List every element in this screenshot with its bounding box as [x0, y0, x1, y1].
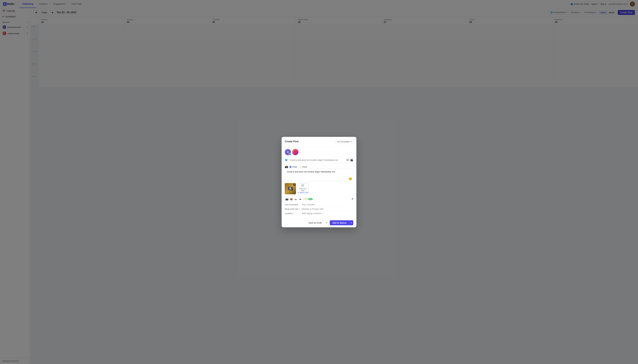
toolbar-row: 📷 📦 ☁ 🌤 📄 ✨ New #: [285, 196, 353, 202]
first-comment-row: First Comment: [285, 202, 353, 207]
ai-toolbar-button[interactable]: ✨ New: [307, 197, 311, 201]
camera-toolbar-button[interactable]: 📷: [285, 197, 289, 201]
campaign-selector[interactable]: No Campaign ▾: [336, 139, 353, 144]
modal-header: Create Post No Campaign ▾: [282, 137, 356, 146]
textarea-wrap: Could a test post not involve dogs? Abso…: [285, 169, 353, 182]
twitter-image-icon[interactable]: 🖼: [346, 159, 349, 162]
twitter-input[interactable]: [290, 159, 345, 161]
modal-title: Create Post: [285, 140, 299, 143]
shop-grid-info-icon[interactable]: ℹ: [299, 208, 300, 210]
media-thumbnail: 🏴‍☠️ ✕: [285, 183, 296, 194]
add-queue-wrap: Add to Queue ▾: [330, 220, 353, 225]
cloud-toolbar-button[interactable]: 🌤: [298, 197, 302, 201]
save-draft-arrow-button[interactable]: ▾: [324, 220, 328, 226]
instagram-textarea[interactable]: Could a test post not involve dogs? Abso…: [285, 169, 353, 181]
hashtag-button[interactable]: #: [352, 198, 353, 201]
twitter-icon: 🐦: [285, 158, 288, 162]
media-upload-area[interactable]: 🖼 Drag and drop or select a file: [297, 183, 308, 194]
twitter-badge: 🐦: [289, 153, 291, 156]
instagram-section: 📸 Post Reel Could a test post: [285, 164, 353, 216]
twitter-account[interactable]: H 🐦: [285, 149, 291, 155]
location-input[interactable]: [302, 212, 353, 214]
modal-overlay[interactable]: Create Post No Campaign ▾ H 🐦 🐾: [0, 0, 638, 364]
first-comment-label: First Comment: [285, 204, 302, 206]
modal-body: H 🐦 🐾 🐦 🖼 🎬 📸: [282, 146, 356, 218]
drive-toolbar-button[interactable]: ☁: [293, 197, 298, 201]
drag-drop-text: Drag and drop or select a file: [298, 188, 308, 193]
emoji-button[interactable]: 😊: [349, 177, 352, 180]
campaign-chevron-icon: ▾: [350, 140, 352, 143]
ai-icon: ✨: [305, 198, 308, 200]
post-tab[interactable]: Post: [289, 166, 297, 168]
add-queue-arrow-button[interactable]: ▾: [349, 220, 353, 225]
post-type-tabs: Post Reel: [289, 164, 307, 169]
save-draft-button[interactable]: Save as Draft: [306, 220, 324, 226]
post-radio[interactable]: [289, 166, 292, 168]
select-file-link[interactable]: select a file: [300, 192, 308, 193]
location-info-icon[interactable]: ℹ: [293, 212, 294, 214]
remove-media-button[interactable]: ✕: [293, 184, 296, 186]
reel-tab[interactable]: Reel: [299, 166, 307, 168]
new-badge: New: [308, 198, 313, 200]
location-label: Location ℹ: [285, 212, 302, 214]
save-draft-wrap: Save as Draft ▾: [306, 220, 328, 226]
upload-icon: 🖼: [301, 184, 304, 187]
dropbox-toolbar-button[interactable]: 📦: [289, 197, 293, 201]
shop-grid-row: Shop Grid Link ℹ: [285, 207, 353, 211]
create-post-modal: Create Post No Campaign ▾ H 🐦 🐾: [282, 137, 356, 227]
media-row: 🏴‍☠️ ✕ 🖼 Drag and drop or select a file: [285, 183, 353, 194]
twitter-actions: 🖼 🎬: [346, 158, 353, 162]
twitter-media-icon[interactable]: 🎬: [350, 158, 353, 162]
add-queue-button[interactable]: Add to Queue: [330, 220, 349, 225]
campaign-value: No Campaign: [337, 140, 350, 143]
shop-grid-label: Shop Grid Link ℹ: [285, 208, 302, 210]
shop-grid-input[interactable]: [302, 208, 353, 210]
account-row: H 🐦 🐾: [285, 149, 353, 155]
location-row: Location ℹ: [285, 211, 353, 216]
reel-radio[interactable]: [299, 166, 302, 168]
instagram-icon: 📸: [285, 165, 288, 168]
first-comment-input[interactable]: [302, 204, 353, 206]
instagram-account[interactable]: 🐾: [292, 149, 298, 155]
modal-footer: Save as Draft ▾ Add to Queue ▾: [282, 218, 356, 227]
notification-dot: [297, 149, 298, 150]
twitter-row: 🐦 🖼 🎬: [285, 157, 353, 163]
